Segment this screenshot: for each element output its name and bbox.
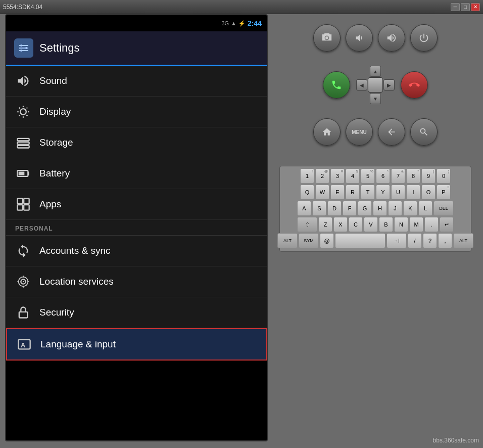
- home-button[interactable]: [313, 118, 341, 146]
- call-button[interactable]: [323, 71, 350, 99]
- key-5[interactable]: %5: [361, 168, 375, 184]
- maximize-button[interactable]: □: [461, 3, 470, 11]
- battery-label: Battery: [39, 168, 70, 179]
- key-r[interactable]: R: [346, 185, 360, 200]
- display-label: Display: [39, 106, 71, 117]
- close-button[interactable]: ✕: [471, 3, 480, 11]
- key-n[interactable]: N: [394, 217, 408, 232]
- settings-item-apps[interactable]: Apps: [6, 189, 267, 220]
- key-e[interactable]: E: [330, 185, 345, 200]
- key-8[interactable]: *8: [406, 168, 420, 184]
- search-button[interactable]: [410, 118, 438, 146]
- minimize-button[interactable]: ─: [451, 3, 460, 11]
- svg-point-2: [20, 50, 22, 52]
- settings-item-sound[interactable]: Sound: [6, 66, 267, 97]
- key-s[interactable]: S: [312, 201, 326, 216]
- signal-icon: ▲: [231, 20, 236, 26]
- key-l[interactable]: L: [418, 201, 432, 216]
- camera-button[interactable]: [313, 24, 341, 52]
- dpad: ▲ ▼ ◀ ▶: [355, 65, 396, 105]
- key-u[interactable]: U: [391, 185, 405, 200]
- key-shift[interactable]: ⇧: [297, 217, 317, 232]
- settings-item-display[interactable]: Display: [6, 97, 267, 127]
- end-call-button[interactable]: [401, 71, 428, 99]
- settings-item-security[interactable]: Security: [6, 297, 267, 328]
- display-icon: [15, 104, 31, 120]
- dpad-center-button[interactable]: [368, 77, 383, 93]
- svg-rect-6: [17, 146, 29, 148]
- key-q[interactable]: Q: [300, 185, 314, 200]
- settings-item-language-input[interactable]: A Language & input: [6, 328, 267, 361]
- key-m[interactable]: M: [409, 217, 423, 232]
- key-slash[interactable]: /: [408, 233, 422, 248]
- key-2[interactable]: @2: [315, 168, 329, 184]
- key-t[interactable]: T: [361, 185, 375, 200]
- sound-label: Sound: [39, 75, 67, 86]
- back-button[interactable]: [378, 118, 405, 146]
- dpad-left-button[interactable]: ◀: [356, 79, 367, 91]
- key-6[interactable]: ^6: [376, 168, 390, 184]
- dpad-up-button[interactable]: ▲: [370, 66, 381, 77]
- watermark: bbs.360safe.com: [433, 437, 479, 444]
- volume-up-button[interactable]: [378, 24, 405, 52]
- settings-item-storage[interactable]: Storage: [6, 127, 267, 158]
- svg-rect-5: [17, 142, 29, 145]
- svg-point-1: [25, 47, 27, 49]
- key-i[interactable]: I: [406, 185, 420, 200]
- settings-item-battery[interactable]: Battery: [6, 158, 267, 189]
- dpad-right-button[interactable]: ▶: [383, 79, 395, 91]
- key-7[interactable]: &7: [391, 168, 405, 184]
- settings-item-location[interactable]: Location services: [6, 266, 267, 297]
- keyboard-row-zxcv: ⇧ Z X C V B N M . ↵: [282, 217, 469, 232]
- keyboard-row-bottom: ALT SYM @ →| / ? , ALT: [282, 233, 469, 248]
- key-del[interactable]: DEL: [433, 201, 454, 216]
- personal-section-header: PERSONAL: [6, 220, 267, 236]
- key-y[interactable]: Y: [376, 185, 390, 200]
- key-arrow[interactable]: →|: [387, 233, 407, 248]
- storage-label: Storage: [39, 137, 73, 148]
- sync-icon: [15, 243, 31, 259]
- key-w[interactable]: W: [315, 185, 329, 200]
- menu-button[interactable]: MENU: [346, 118, 373, 146]
- key-o[interactable]: O: [421, 185, 436, 200]
- phone-panel: 3G ▲ ⚡ 2:44 Settings Sound: [5, 14, 268, 441]
- key-d[interactable]: D: [327, 201, 342, 216]
- key-question[interactable]: ?: [423, 233, 437, 248]
- key-v[interactable]: V: [364, 217, 378, 232]
- keyboard-row-qwerty: Q W E R T Y U I O =P: [282, 185, 469, 200]
- key-3[interactable]: #3: [330, 168, 345, 184]
- status-time: 2:44: [248, 19, 262, 27]
- keyboard-row-numbers: !1 @2 #3 $4 %5 ^6 &7 *8 (9 )0: [282, 168, 469, 184]
- svg-rect-4: [17, 139, 29, 141]
- key-p[interactable]: =P: [437, 185, 451, 200]
- key-period[interactable]: .: [424, 217, 439, 232]
- volume-down-button[interactable]: [346, 24, 373, 52]
- apps-icon: [15, 196, 31, 212]
- key-x[interactable]: X: [333, 217, 348, 232]
- key-f[interactable]: F: [343, 201, 357, 216]
- key-h[interactable]: H: [373, 201, 387, 216]
- key-9[interactable]: (9: [421, 168, 436, 184]
- key-g[interactable]: G: [358, 201, 372, 216]
- key-alt-left[interactable]: ALT: [277, 233, 298, 248]
- key-k[interactable]: K: [403, 201, 417, 216]
- key-b[interactable]: B: [379, 217, 393, 232]
- settings-item-accounts-sync[interactable]: Accounts & sync: [6, 236, 267, 266]
- key-j[interactable]: J: [388, 201, 402, 216]
- key-sym[interactable]: SYM: [299, 233, 319, 248]
- key-enter[interactable]: ↵: [440, 217, 454, 232]
- key-at[interactable]: @: [320, 233, 334, 248]
- key-space[interactable]: [335, 233, 385, 248]
- power-button[interactable]: [410, 24, 438, 52]
- key-c[interactable]: C: [349, 217, 363, 232]
- key-z[interactable]: Z: [318, 217, 332, 232]
- key-alt-right[interactable]: ALT: [453, 233, 473, 248]
- accounts-sync-label: Accounts & sync: [39, 245, 110, 256]
- key-4[interactable]: $4: [346, 168, 360, 184]
- dpad-down-button[interactable]: ▼: [370, 93, 381, 104]
- key-1[interactable]: !1: [300, 168, 314, 184]
- key-comma[interactable]: ,: [438, 233, 452, 248]
- key-a[interactable]: A: [297, 201, 311, 216]
- svg-text:A: A: [21, 341, 25, 349]
- key-0[interactable]: )0: [437, 168, 451, 184]
